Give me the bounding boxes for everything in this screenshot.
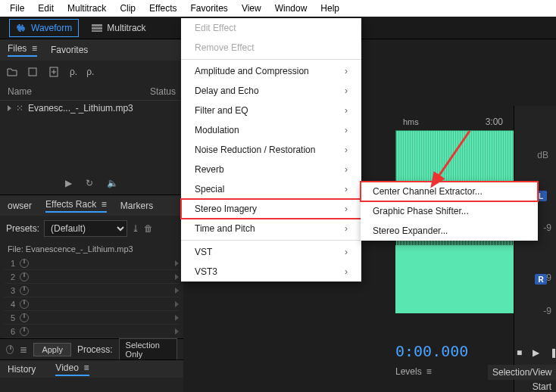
mode-multitrack[interactable]: Multitrack (85, 19, 152, 37)
slot-menu-icon[interactable] (175, 274, 179, 280)
mi-vst[interactable]: VST› (181, 242, 361, 262)
mi-label: Stereo Imagery (195, 204, 257, 214)
tab-effects-rack[interactable]: Effects Rack ≡ (45, 199, 107, 213)
mix-icon[interactable]: ≣ (20, 344, 27, 355)
loop-icon[interactable]: ↻ (86, 178, 93, 188)
slot-2[interactable]: 2 (5, 270, 179, 284)
chevron-right-icon: › (345, 164, 348, 175)
slot-num: 1 (5, 259, 15, 268)
slot-menu-icon[interactable] (175, 301, 179, 307)
mi-vst3[interactable]: VST3› (181, 262, 361, 282)
tab-favorites[interactable]: Favorites (51, 45, 88, 55)
slot-5[interactable]: 5 (5, 311, 179, 325)
stop-button[interactable]: ■ (517, 347, 522, 358)
slot-menu-icon[interactable] (175, 260, 179, 266)
menu-edit[interactable]: Edit (31, 3, 61, 14)
power-icon[interactable] (20, 327, 29, 336)
mi-special[interactable]: Special› (181, 179, 361, 199)
tab-browser[interactable]: owser (8, 201, 32, 211)
chevron-right-icon: › (345, 86, 348, 96)
rack-file-label: File: Evanescence_-_Lithium.mp3 (0, 241, 183, 257)
svg-rect-3 (29, 68, 36, 76)
apply-button[interactable]: Apply (33, 343, 71, 356)
tab-history[interactable]: History (8, 364, 36, 375)
mi-noise[interactable]: Noise Reduction / Restoration› (181, 140, 361, 160)
mi-amplitude[interactable]: Amplitude and Compression› (181, 61, 361, 81)
mi-stereo-expander[interactable]: Stereo Expander... (361, 221, 538, 241)
mi-graphic-phase-shifter[interactable]: Graphic Phase Shifter... (361, 201, 538, 221)
slot-3[interactable]: 3 (5, 284, 179, 297)
menu-help[interactable]: Help (314, 3, 346, 14)
slot-4[interactable]: 4 (5, 297, 179, 311)
menu-multitrack[interactable]: Multitrack (61, 3, 113, 14)
mi-stereo-imagery[interactable]: Stereo Imagery› (181, 199, 361, 219)
power-icon[interactable] (20, 313, 29, 322)
filter-icon[interactable]: ρ. (70, 67, 77, 77)
pause-button[interactable]: ❚❚ (550, 347, 556, 358)
time-ruler[interactable]: hms 3:00 (395, 115, 511, 129)
mi-time-pitch[interactable]: Time and Pitch› (181, 219, 361, 238)
process-scope-select[interactable]: Selection Only (119, 338, 177, 361)
timecode[interactable]: 0:00.000 (395, 342, 468, 360)
power-icon[interactable] (20, 300, 29, 309)
mi-reverb[interactable]: Reverb› (181, 160, 361, 179)
levels-panel[interactable]: Levels≡ (395, 366, 432, 377)
record-file-icon[interactable] (27, 66, 39, 78)
mi-delay[interactable]: Delay and Echo› (181, 81, 361, 101)
mi-label: VST3 (195, 266, 217, 277)
svg-rect-2 (92, 30, 102, 32)
slot-num: 2 (5, 272, 15, 282)
slot-menu-icon[interactable] (175, 328, 179, 334)
slot-num: 6 (5, 327, 15, 336)
mi-center-channel-extractor[interactable]: Center Channel Extractor... (361, 182, 538, 201)
slot-menu-icon[interactable] (175, 288, 179, 294)
slot-num: 5 (5, 313, 15, 322)
waveform-icon (16, 24, 27, 32)
menu-favorites[interactable]: Favorites (184, 3, 235, 14)
auto-play-icon[interactable]: 🔈 (107, 178, 118, 188)
save-preset-icon[interactable]: ⤓ (132, 223, 139, 234)
file-row[interactable]: ⁙ Evanesc..._-_Lithium.mp3 (0, 101, 183, 116)
tab-markers[interactable]: Markers (120, 201, 153, 211)
chevron-right-icon: › (345, 66, 348, 76)
power-icon[interactable] (20, 259, 29, 268)
file-name: Evanesc..._-_Lithium.mp3 (28, 103, 133, 114)
left-column: Files ≡ Favorites ρ. ρ. Name Status ⁙ Ev… (0, 39, 183, 392)
mi-modulation[interactable]: Modulation› (181, 120, 361, 140)
open-file-icon[interactable] (6, 66, 18, 78)
presets-select[interactable]: (Default) (44, 220, 127, 237)
col-status[interactable]: Status (150, 86, 176, 97)
stereo-imagery-submenu: Center Channel Extractor... Graphic Phas… (361, 182, 538, 241)
play-button[interactable]: ▶ (533, 347, 539, 358)
slot-1[interactable]: 1 (5, 257, 179, 270)
menubar: File Edit Multitrack Clip Effects Favori… (0, 0, 556, 17)
menu-clip[interactable]: Clip (113, 3, 142, 14)
chevron-right-icon: › (345, 223, 348, 234)
new-file-icon[interactable] (48, 66, 61, 78)
mode-waveform[interactable]: Waveform (9, 19, 79, 37)
selview-start-label: Start (533, 381, 551, 392)
slot-6[interactable]: 6 (5, 325, 179, 338)
col-name[interactable]: Name (8, 86, 32, 97)
chevron-right-icon: › (345, 145, 348, 155)
expand-icon[interactable] (8, 105, 11, 111)
tab-video[interactable]: Video ≡ (55, 362, 89, 376)
channel-right-badge[interactable]: R (535, 274, 547, 285)
play-icon[interactable]: ▶ (65, 178, 72, 188)
search-toggle-icon[interactable]: ρ. (86, 67, 94, 77)
slot-menu-icon[interactable] (175, 315, 179, 321)
ruler-mark: 3:00 (486, 117, 503, 127)
mi-label: Filter and EQ (195, 105, 248, 116)
mi-filter[interactable]: Filter and EQ› (181, 101, 361, 120)
menu-file[interactable]: File (3, 3, 31, 14)
menu-effects[interactable]: Effects (142, 3, 183, 14)
menu-window[interactable]: Window (268, 3, 314, 14)
tab-files[interactable]: Files ≡ (8, 43, 37, 57)
chevron-right-icon: › (345, 204, 348, 214)
menu-view[interactable]: View (235, 3, 268, 14)
rack-power-icon[interactable] (6, 345, 14, 354)
delete-preset-icon[interactable]: 🗑 (144, 223, 153, 234)
power-icon[interactable] (20, 272, 29, 282)
db-tick: -9 (543, 219, 551, 236)
power-icon[interactable] (20, 286, 29, 295)
